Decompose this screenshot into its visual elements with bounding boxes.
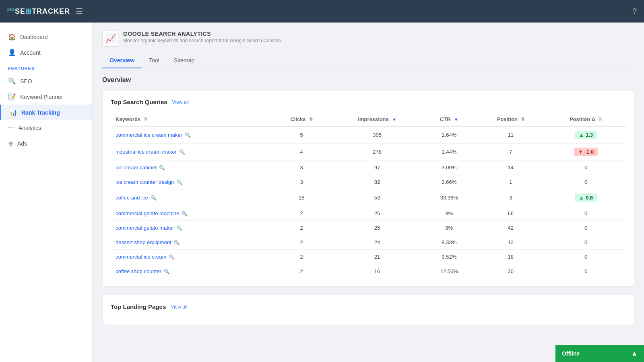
keyword-cell: dessert shop equipment 🔍	[111, 235, 271, 250]
position-cell: 11	[476, 127, 546, 144]
search-icon: 🔍	[185, 132, 191, 138]
rank-icon: 📊	[9, 109, 17, 116]
keyword-link[interactable]: industrial ice cream maker 🔍	[116, 149, 266, 155]
impressions-cell: 82	[332, 175, 423, 189]
keyword-link[interactable]: coffee shop counter 🔍	[116, 268, 266, 274]
top-landing-card: Top Landing Pages View all	[102, 295, 634, 325]
logo-icon: ⊞	[25, 7, 32, 15]
ctr-cell: 3.66%	[423, 175, 476, 189]
sidebar-label-dashboard: Dashboard	[20, 34, 48, 40]
nav-left: proSE⊞TRACKER ☰	[7, 6, 83, 16]
main-content: 📈 GOOGLE SEARCH ANALYTICS Monitor organi…	[93, 23, 644, 362]
keyword-link[interactable]: commercial gelato maker 🔍	[116, 225, 266, 231]
card-title-row: Top Search Queries View all	[111, 99, 626, 105]
col-delta: Position Δ ⇅	[546, 112, 626, 127]
arrow-down-icon: ▼	[578, 149, 583, 155]
top-queries-card: Top Search Queries View all Keywords ⇅	[102, 90, 634, 287]
col-ctr: CTR ▼	[423, 112, 476, 127]
delta-cell: 0	[546, 264, 626, 279]
clicks-cell: 4	[271, 144, 332, 160]
logo-pro: pro	[7, 7, 15, 12]
page-header-info: GOOGLE SEARCH ANALYTICS Monitor organic …	[123, 31, 283, 43]
clicks-cell: 3	[271, 175, 332, 189]
table-row: commercial gelato machine 🔍2258%660	[111, 206, 626, 221]
keyword-link[interactable]: commercial ice cream 🔍	[116, 254, 266, 260]
sidebar-item-seo[interactable]: 🔍 SEO	[0, 73, 92, 89]
ctr-cell: 8.33%	[423, 235, 476, 250]
delta-cell: ▲1.3	[546, 127, 626, 144]
ads-icon: ⊕	[8, 140, 13, 147]
keyword-link[interactable]: coffee and ice 🔍	[116, 195, 266, 201]
clicks-cell: 5	[271, 127, 332, 144]
hamburger-menu[interactable]: ☰	[76, 6, 83, 16]
help-button[interactable]: ?	[633, 7, 637, 16]
sidebar-item-rank-tracking[interactable]: 📊 Rank Tracking	[0, 105, 92, 120]
arrow-up-icon: ▲	[579, 132, 584, 138]
sidebar-item-account[interactable]: 👤 Account	[0, 45, 92, 60]
top-queries-table: Keywords ⇅ Clicks ⇅ Impr	[111, 112, 626, 278]
analytics-icon: 〰	[8, 124, 14, 132]
delta-cell: ▼-1.0	[546, 144, 626, 160]
sidebar-label-seo: SEO	[20, 78, 32, 84]
search-icon: 🔍	[164, 269, 170, 274]
search-icon: 🔍	[182, 211, 188, 216]
sort-icon-delta[interactable]: ⇅	[599, 117, 602, 122]
delta-cell: 0	[546, 221, 626, 235]
position-cell: 7	[476, 144, 546, 160]
ctr-cell: 9.52%	[423, 250, 476, 264]
help-icon: ?	[633, 7, 637, 15]
sort-icon-position[interactable]: ⇅	[521, 117, 524, 122]
top-landing-title: Top Landing Pages	[111, 303, 166, 310]
keyword-link[interactable]: ice cream counter design 🔍	[116, 179, 266, 185]
top-queries-view-all[interactable]: View all	[172, 99, 189, 105]
impressions-cell: 305	[332, 127, 423, 144]
keyword-link[interactable]: commercial gelato machine 🔍	[116, 210, 266, 216]
position-cell: 30	[476, 264, 546, 279]
impressions-cell: 25	[332, 206, 423, 221]
clicks-cell: 2	[271, 250, 332, 264]
search-icon: 🔍	[169, 254, 175, 260]
tab-overview[interactable]: Overview	[102, 53, 142, 68]
ctr-cell: 1.44%	[423, 144, 476, 160]
table-row: ice cream counter design 🔍3823.66%10	[111, 175, 626, 189]
clicks-cell: 2	[271, 206, 332, 221]
sidebar-item-analytics[interactable]: 〰 Analytics	[0, 120, 92, 136]
keyword-link[interactable]: ice cream cabinet 🔍	[116, 165, 266, 171]
delta-cell: ▲0.6	[546, 189, 626, 206]
sidebar-item-dashboard[interactable]: 🏠 Dashboard	[0, 29, 92, 45]
search-icon: 🔍	[176, 225, 182, 231]
impressions-cell: 25	[332, 221, 423, 235]
page-subtitle: Monitor organic keywords and search repo…	[123, 38, 283, 43]
sort-icon-impressions[interactable]: ▼	[392, 117, 396, 122]
col-position: Position ⇅	[476, 112, 546, 127]
impressions-cell: 21	[332, 250, 423, 264]
ctr-cell: 8%	[423, 221, 476, 235]
layout: 🏠 Dashboard 👤 Account FEATURES 🔍 SEO 📝 K…	[0, 23, 644, 362]
table-row: coffee shop counter 🔍21612.50%300	[111, 264, 626, 279]
sidebar-item-ads[interactable]: ⊕ Ads	[0, 136, 92, 151]
keyword-link[interactable]: commercial ice cream maker 🔍	[116, 132, 266, 138]
top-landing-view-all[interactable]: View all	[171, 304, 187, 310]
sort-icon-clicks[interactable]: ⇅	[309, 117, 313, 122]
keyword-icon: 📝	[8, 93, 16, 101]
search-icon: 🔍	[159, 165, 165, 171]
delta-cell: 0	[546, 175, 626, 189]
keyword-link[interactable]: dessert shop equipment 🔍	[116, 239, 266, 245]
col-clicks: Clicks ⇅	[271, 112, 332, 127]
sidebar-item-keyword-planner[interactable]: 📝 Keyword Planner	[0, 89, 92, 105]
sort-icon-keywords[interactable]: ⇅	[144, 117, 147, 122]
page-header: 📈 GOOGLE SEARCH ANALYTICS Monitor organi…	[102, 31, 634, 47]
table-row: commercial gelato maker 🔍2258%420	[111, 221, 626, 235]
table-row: commercial ice cream 🔍2219.52%180	[111, 250, 626, 264]
status-bar: Offline ▲	[555, 345, 644, 362]
table-row: ice cream cabinet 🔍3973.09%140	[111, 160, 626, 175]
sidebar-label-account: Account	[20, 49, 41, 56]
ctr-cell: 33.96%	[423, 189, 476, 206]
keyword-cell: commercial gelato maker 🔍	[111, 221, 271, 235]
status-chevron[interactable]: ▲	[631, 350, 638, 357]
keyword-cell: industrial ice cream maker 🔍	[111, 144, 271, 160]
impressions-cell: 97	[332, 160, 423, 175]
tab-tool[interactable]: Tool	[142, 53, 167, 68]
tab-sitemap[interactable]: Sitemap	[167, 53, 202, 68]
sort-icon-ctr[interactable]: ▼	[454, 117, 458, 122]
